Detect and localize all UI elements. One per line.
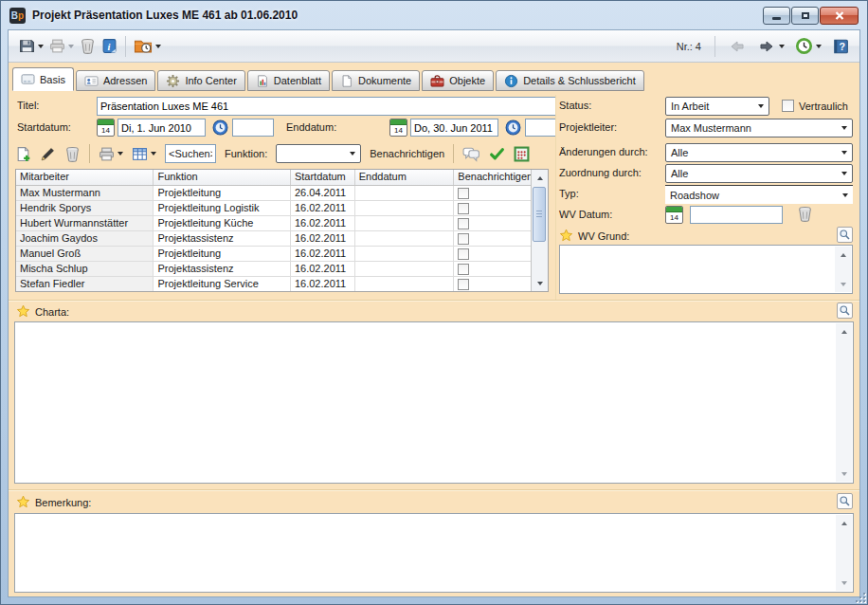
delete-button[interactable] [77, 36, 99, 56]
table-row[interactable]: Max Mustermann Projektleitung 26.04.2011 [16, 186, 531, 201]
confirm-check-button[interactable] [489, 146, 505, 162]
table-row[interactable]: Manuel Groß Projektleitung 16.02.2011 [16, 247, 531, 262]
scroll-down-arrow[interactable] [532, 276, 548, 290]
edit-member-button[interactable] [40, 146, 56, 162]
startzeit-input[interactable] [232, 119, 274, 137]
reminder-clock-button[interactable] [792, 35, 824, 57]
cell-startdatum: 26.04.2011 [291, 186, 355, 201]
cell-enddatum [355, 277, 455, 291]
typ-combobox[interactable]: Roadshow [665, 185, 853, 204]
app-icon: Bp [9, 8, 26, 24]
calendar-grid-button[interactable] [514, 146, 530, 162]
add-member-button[interactable] [15, 146, 31, 162]
benachrichtigen-checkbox[interactable] [458, 264, 469, 275]
column-header-mitarbeiter[interactable]: Mitarbeiter [16, 170, 154, 185]
column-header-funktion[interactable]: Funktion [154, 170, 290, 185]
save-dropdown-caret[interactable] [38, 45, 44, 48]
scrollbar-thumb[interactable] [533, 187, 546, 242]
table-row[interactable]: Hubert Wurmannstätter Projektleitung Küc… [16, 216, 531, 231]
zuordnung-combobox[interactable]: Alle [665, 164, 853, 183]
bemerkung-zoom-button[interactable] [837, 493, 853, 509]
benachrichtigen-checkbox[interactable] [458, 279, 469, 290]
aenderungen-combobox[interactable]: Alle [665, 143, 853, 162]
history-folder-button[interactable] [131, 36, 164, 56]
table-scrollbar[interactable] [531, 170, 548, 291]
bemerkung-header: Bemerkung: [16, 494, 91, 510]
table-row[interactable]: Joachim Gaydos Projektassistenz 16.02.20… [16, 231, 531, 247]
start-time-clock-icon[interactable] [212, 119, 228, 136]
bemerkung-scrollbar[interactable] [836, 515, 852, 591]
column-header-startdatum[interactable]: Startdatum [291, 170, 355, 185]
delete-member-button[interactable] [64, 146, 81, 162]
wv-grund-zoom-button[interactable] [837, 227, 853, 243]
scroll-up-arrow[interactable] [532, 171, 548, 185]
clock-dropdown-caret[interactable] [816, 45, 822, 48]
tab-details-schlussbericht[interactable]: Details & Schlussbericht [496, 70, 644, 91]
print-list-button[interactable] [99, 146, 123, 162]
wv-grund-textarea[interactable] [559, 245, 853, 294]
benachrichtigen-checkbox[interactable] [458, 218, 469, 229]
resize-grip[interactable] [856, 593, 865, 602]
charta-scrollbar[interactable] [836, 323, 852, 482]
cell-funktion: Projektassistenz [154, 231, 290, 247]
tab-dokumente[interactable]: Dokumente [332, 70, 420, 91]
print-button[interactable] [46, 36, 77, 56]
wv-datum-calendar-button[interactable]: 14 [665, 206, 683, 224]
benachrichtigen-button[interactable]: Benachrichtigen [370, 148, 444, 159]
endzeit-input[interactable] [525, 119, 556, 137]
enddatum-calendar-button[interactable]: 14 [389, 119, 407, 137]
tab-basis[interactable]: Basis [12, 67, 74, 91]
nav-dropdown-caret[interactable] [779, 45, 785, 48]
table-row[interactable]: Hendrik Sporys Projektleitung Logistik 1… [16, 201, 531, 216]
charta-textarea[interactable] [14, 321, 854, 484]
chat-bubbles-button[interactable] [462, 146, 480, 162]
column-header-benachrichtigen[interactable]: Benachrichtigen [454, 170, 531, 185]
table-header: Mitarbeiter Funktion Startdatum Enddatum… [16, 170, 531, 186]
table-row[interactable]: Stefan Fiedler Projektleitung Service 16… [16, 277, 531, 291]
benachrichtigen-checkbox[interactable] [458, 233, 469, 245]
save-button[interactable] [16, 36, 46, 56]
benachrichtigen-checkbox[interactable] [458, 248, 469, 260]
titlebar[interactable]: Bp Projekt Präsentation Luxes ME 461 ab … [1, 1, 867, 29]
cell-startdatum: 16.02.2011 [291, 216, 355, 231]
search-input[interactable] [165, 144, 216, 163]
benachrichtigen-checkbox[interactable] [458, 188, 469, 199]
end-time-clock-icon[interactable] [505, 119, 521, 136]
close-button[interactable] [820, 7, 859, 25]
wv-datum-clear-button[interactable] [797, 206, 813, 222]
enddatum-input[interactable] [410, 119, 498, 137]
charta-zoom-button[interactable] [837, 302, 853, 319]
info-button[interactable]: i [99, 36, 120, 56]
nav-forward-button[interactable] [754, 36, 787, 57]
table-row[interactable]: Mischa Schlup Projektassistenz 16.02.201… [16, 262, 531, 277]
chevron-down-icon [842, 193, 848, 197]
minimize-button[interactable] [763, 7, 790, 25]
nav-back-button[interactable] [725, 36, 750, 57]
startdatum-calendar-button[interactable]: 14 [97, 119, 115, 137]
history-dropdown-caret[interactable] [155, 45, 161, 48]
restore-button[interactable] [791, 7, 819, 25]
tab-objekte[interactable]: Objekte [422, 70, 494, 91]
wv-grund-scrollbar[interactable] [835, 247, 851, 292]
tab-datenblatt[interactable]: Datenblatt [247, 70, 330, 91]
wv-datum-label: WV Datum: [559, 209, 612, 220]
startdatum-input[interactable] [118, 119, 206, 137]
benachrichtigen-checkbox[interactable] [458, 203, 469, 214]
bemerkung-textarea[interactable] [14, 513, 854, 593]
funktion-combobox[interactable] [276, 144, 361, 163]
grid-view-button[interactable] [132, 146, 156, 162]
projektleiter-combobox[interactable]: Max Mustermann [665, 119, 853, 138]
tab-info-center[interactable]: Info Center [157, 70, 244, 91]
tab-adressen[interactable]: Adressen [76, 70, 155, 91]
status-combobox[interactable]: In Arbeit [665, 97, 769, 116]
wv-datum-input[interactable] [690, 206, 783, 224]
print-dropdown-caret[interactable] [118, 152, 123, 156]
titel-input[interactable] [97, 97, 556, 116]
help-button[interactable]: ? [829, 36, 852, 57]
grid-dropdown-caret[interactable] [151, 152, 156, 156]
column-header-enddatum[interactable]: Enddatum [355, 170, 455, 185]
print-dropdown-caret[interactable] [68, 45, 74, 48]
vertraulich-checkbox[interactable] [782, 100, 794, 112]
print-icon [49, 38, 65, 54]
info-circle-icon [504, 74, 518, 88]
